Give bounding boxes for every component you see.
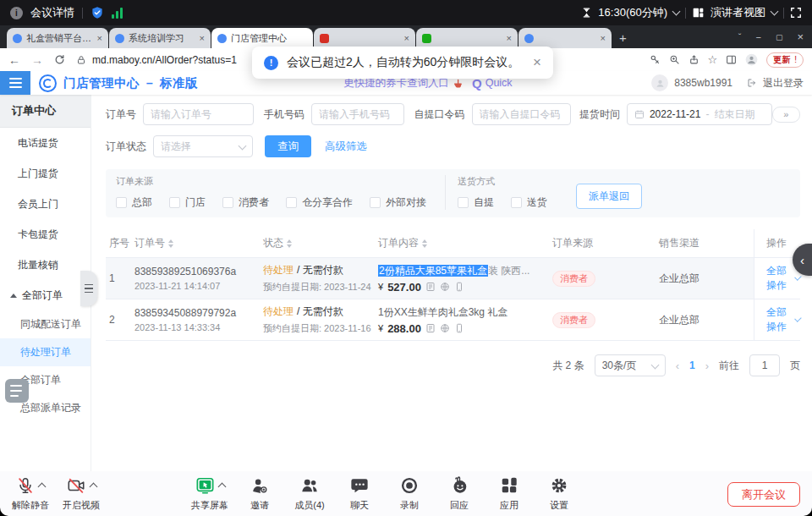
checkbox-delivery[interactable]: 送货 xyxy=(511,195,547,210)
checkbox-hq[interactable]: 总部 xyxy=(116,195,152,210)
all-actions-link[interactable]: 全部操作 xyxy=(766,264,791,293)
tab-close-icon[interactable]: × xyxy=(507,33,512,43)
timer-dropdown-icon[interactable] xyxy=(672,8,681,16)
col-status[interactable]: 状态 xyxy=(263,236,378,250)
current-page[interactable]: 1 xyxy=(689,360,695,371)
reaction-button[interactable]: 回应 xyxy=(436,476,483,512)
profile-avatar-icon[interactable] xyxy=(745,53,758,66)
meeting-info-icon[interactable]: i xyxy=(10,7,23,19)
logistics-globe-icon[interactable] xyxy=(440,282,450,292)
username[interactable]: 8385wb1991 xyxy=(674,77,732,89)
members-button[interactable]: 成员(4) xyxy=(286,476,333,512)
start-video-button[interactable]: 开启视频 xyxy=(58,476,105,512)
browser-tab[interactable]: × xyxy=(416,28,518,48)
receipt-icon[interactable] xyxy=(425,282,436,292)
bookmark-star-icon[interactable]: ☆ xyxy=(708,53,718,66)
sidebar-item-city-delivery[interactable]: 同城配送订单 xyxy=(0,310,91,338)
selected-text[interactable]: 2份精品大果85苹果礼盒 xyxy=(378,265,488,277)
checkbox-self-pickup[interactable]: 自提 xyxy=(458,195,494,210)
dispatch-return-button[interactable]: 派单退回 xyxy=(576,184,642,209)
fullscreen-icon[interactable] xyxy=(790,7,802,19)
view-mode-label[interactable]: 演讲者视图 xyxy=(710,5,765,20)
toast-close-icon[interactable]: × xyxy=(533,54,541,71)
invite-button[interactable]: 邀请 xyxy=(236,476,283,512)
tab-close-icon[interactable]: × xyxy=(97,33,102,43)
phone-input[interactable]: 请输入手机号码 xyxy=(311,103,404,125)
hamburger-menu-button[interactable] xyxy=(0,71,30,95)
sidebar-item-phone-pickup[interactable]: 电话提货 xyxy=(0,128,91,158)
pickup-code-input[interactable]: 请输入自提口令码 xyxy=(472,103,571,125)
window-close-icon[interactable]: × xyxy=(797,30,804,43)
sidebar-collapse-handle[interactable] xyxy=(80,271,97,306)
browser-update-chip[interactable]: 更新 ! xyxy=(766,52,804,68)
sidebar-item-door-pickup[interactable]: 上门提货 xyxy=(0,158,91,189)
browser-tab[interactable]: × xyxy=(518,28,612,48)
chevron-up-icon[interactable] xyxy=(217,482,226,491)
checkbox-external[interactable]: 外部对接 xyxy=(370,195,426,210)
user-avatar[interactable] xyxy=(651,74,668,91)
chat-button[interactable]: 聊天 xyxy=(336,476,383,512)
split-view-icon[interactable] xyxy=(726,54,737,65)
logout-link[interactable]: 退出登录 xyxy=(763,76,804,91)
unmute-button[interactable]: 解除静音 xyxy=(7,476,54,512)
phone-icon[interactable] xyxy=(454,282,464,292)
key-icon[interactable] xyxy=(650,54,661,65)
order-status-select[interactable]: 请选择 xyxy=(153,135,253,157)
goto-page-input[interactable]: 1 xyxy=(749,354,780,376)
network-signal-icon[interactable] xyxy=(112,8,123,19)
all-actions-link[interactable]: 全部操作 xyxy=(766,305,791,334)
window-minimize-icon[interactable]: − xyxy=(755,32,760,42)
lock-icon[interactable] xyxy=(76,55,86,65)
share-screen-button[interactable]: 共享屏幕 xyxy=(186,476,233,512)
date-range-input[interactable]: 2022-11-21 - 结束日期 xyxy=(627,103,772,125)
share-icon[interactable] xyxy=(689,54,700,65)
sidebar-group-all-orders[interactable]: 全部订单 xyxy=(0,280,91,310)
order-id[interactable]: 83859389251069376a xyxy=(134,266,256,277)
col-content[interactable]: 订单内容 xyxy=(378,236,552,250)
col-order-no[interactable]: 订单号 xyxy=(134,236,263,250)
collapse-filters-button[interactable]: » xyxy=(772,107,800,123)
sidebar-item-pending-orders[interactable]: 待处理订单 xyxy=(0,338,91,366)
meeting-detail-label[interactable]: 会议详情 xyxy=(30,5,74,20)
receipt-icon[interactable] xyxy=(425,323,436,333)
new-tab-button[interactable]: + xyxy=(619,30,627,45)
logistics-globe-icon[interactable] xyxy=(440,323,450,333)
logout-icon[interactable] xyxy=(747,78,757,88)
next-page-button[interactable]: › xyxy=(705,360,709,372)
advanced-filter-link[interactable]: 高级筛选 xyxy=(325,140,367,154)
checkbox-warehouse-share[interactable]: 仓分享合作 xyxy=(286,195,353,210)
phone-icon[interactable] xyxy=(454,323,464,333)
sort-icon[interactable] xyxy=(168,239,173,248)
tab-close-icon[interactable]: × xyxy=(200,33,205,43)
sort-icon[interactable] xyxy=(422,239,427,248)
checkbox-consumer[interactable]: 消费者 xyxy=(222,195,269,210)
tab-close-icon[interactable]: × xyxy=(601,33,606,43)
sort-icon[interactable] xyxy=(287,239,292,248)
browser-tab[interactable]: 礼盒营销平台管理中心 × xyxy=(7,28,108,48)
browser-tab[interactable]: 系统培训学习 × xyxy=(109,28,211,48)
sidebar-item-batch-verify[interactable]: 批量核销 xyxy=(0,250,91,280)
record-button[interactable]: 录制 xyxy=(386,476,433,512)
table-row[interactable]: 2 83859345088979792a 2023-11-13 14:33:34… xyxy=(106,299,800,341)
view-dropdown-icon[interactable] xyxy=(771,8,779,16)
settings-button[interactable]: 设置 xyxy=(535,476,583,512)
forward-icon[interactable]: → xyxy=(31,53,43,67)
sidebar-item-card-pickup[interactable]: 卡包提货 xyxy=(0,219,91,250)
apps-button[interactable]: 应用 xyxy=(486,476,533,512)
window-restore-icon[interactable]: ▢ xyxy=(776,33,783,41)
search-button[interactable]: 查询 xyxy=(265,135,311,157)
floating-list-button[interactable] xyxy=(5,379,29,403)
browser-tab-active[interactable]: 门店管理中心 xyxy=(211,28,313,48)
browser-tab[interactable]: × xyxy=(314,28,415,48)
table-row[interactable]: 1 83859389251069376a 2023-11-21 14:14:07… xyxy=(106,258,800,299)
tab-close-icon[interactable]: × xyxy=(404,33,409,43)
security-shield-icon[interactable] xyxy=(91,6,104,19)
zoom-icon[interactable] xyxy=(669,54,680,65)
url-text[interactable]: md.maboy.cn/AllOrder?status=1 xyxy=(92,54,237,66)
leave-meeting-button[interactable]: 离开会议 xyxy=(727,482,800,507)
back-icon[interactable]: ← xyxy=(8,53,20,67)
order-no-input[interactable]: 请输入订单号 xyxy=(143,103,254,125)
reload-icon[interactable] xyxy=(54,54,65,65)
checkbox-store[interactable]: 门店 xyxy=(169,195,206,210)
window-menu-icon[interactable]: ˇ xyxy=(738,32,742,42)
